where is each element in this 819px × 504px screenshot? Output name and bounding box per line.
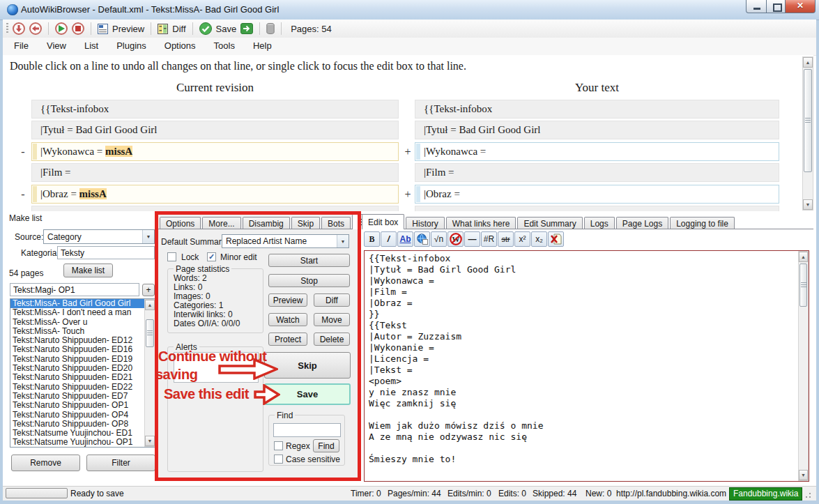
add-page-button[interactable]: + [142, 284, 155, 296]
scroll-down-icon[interactable]: ▼ [799, 470, 808, 480]
diff-row-added[interactable]: |Wykonawca = [415, 142, 779, 161]
kategoria-input[interactable] [57, 246, 155, 259]
diff-row[interactable] [31, 206, 399, 211]
diff-toolbar-button[interactable]: Diff [172, 24, 185, 34]
move-button[interactable]: Move [314, 313, 350, 326]
lock-checkbox[interactable] [167, 252, 176, 261]
tab-more[interactable]: More... [202, 217, 240, 229]
make-list-button[interactable]: Make list [63, 264, 113, 277]
tab-logging-to-file[interactable]: Logging to file [670, 217, 735, 229]
find-input[interactable] [273, 423, 341, 437]
maximize-button[interactable] [766, 0, 786, 13]
nowiki-button[interactable]: W [447, 231, 464, 247]
list-item[interactable]: Tekst:MissA- Touch [10, 327, 155, 336]
tab-options[interactable]: Options [160, 217, 201, 229]
diff-row[interactable]: |Tytuł = Bad Girl Good Girl [415, 121, 779, 139]
minimize-button[interactable] [746, 0, 767, 13]
math-button[interactable]: √n [431, 231, 447, 247]
italic-button[interactable]: / [381, 231, 397, 247]
preview-button[interactable]: Preview [268, 293, 307, 307]
list-item[interactable]: Tekst:MissA- I don't need a man [10, 308, 155, 317]
page-title-input[interactable] [10, 283, 139, 296]
menu-tools[interactable]: Tools [214, 40, 235, 51]
list-item[interactable]: Tekst:MissA- Bad Girl Good Girl [10, 299, 155, 308]
tab-disambig[interactable]: Disambig [243, 217, 290, 229]
list-item[interactable]: Tekst:MissA- Over u [10, 318, 155, 327]
scroll-up-icon[interactable]: ▲ [803, 57, 813, 68]
bold-button[interactable]: B [364, 231, 380, 247]
scroll-down-icon[interactable]: ▼ [803, 199, 813, 210]
redirect-button[interactable]: #R [481, 231, 497, 247]
list-item[interactable]: Tekst:Naruto Shippuuden- ED7 [10, 392, 155, 401]
tab-skip[interactable]: Skip [291, 217, 320, 229]
go-arrow-icon[interactable] [240, 23, 253, 34]
list-item[interactable]: Tekst:Naruto Shippuuden- OP8 [10, 420, 155, 429]
strikethrough-button[interactable]: str [498, 231, 514, 247]
minor-edit-checkbox[interactable]: ✓ [207, 252, 216, 261]
editor-scrollbar[interactable]: ▲ ▼ [798, 251, 809, 481]
save-settings-button[interactable] [13, 22, 25, 35]
remove-formatting-button[interactable] [548, 231, 564, 247]
list-item[interactable]: Tekst:Natsume Yuujinchou- OP1 [10, 438, 155, 447]
external-link-button[interactable] [414, 231, 430, 247]
scrollbar-thumb[interactable] [804, 69, 812, 172]
scroll-down-icon[interactable]: ▼ [145, 436, 155, 446]
diff-row-removed[interactable]: |Obraz = missA [31, 185, 399, 204]
menu-file[interactable]: File [14, 40, 29, 51]
stop-process-button[interactable] [72, 22, 84, 35]
list-item[interactable]: Tekst:Natsume Yuujinchou- ED1 [10, 429, 155, 438]
diff-row[interactable]: |Film = [415, 163, 779, 182]
tab-logs[interactable]: Logs [584, 217, 615, 229]
edit-box-textarea[interactable]: {{Tekst-infobox |Tytuł = Bad Girl Good G… [364, 250, 809, 482]
start-process-button[interactable] [55, 22, 68, 35]
save-toolbar-button[interactable]: Save [216, 24, 237, 34]
diff-row[interactable]: {{Tekst-infobox [31, 100, 399, 119]
diff-row[interactable]: {{Tekst-infobox [415, 100, 779, 119]
watch-button[interactable]: Watch [268, 313, 307, 326]
resize-grip-icon[interactable] [803, 490, 811, 498]
menu-plugins[interactable]: Plugins [116, 40, 146, 51]
back-button[interactable] [29, 22, 42, 35]
diff-scrollbar[interactable]: ▲ ▼ [802, 56, 813, 211]
subscript-button[interactable]: x₂ [531, 231, 547, 247]
list-item[interactable]: Tekst:Naruto Shippuuden- ED16 [10, 345, 155, 354]
diff-row-removed[interactable]: |Wykonawca = missA [31, 142, 399, 161]
case-sensitive-checkbox[interactable] [274, 455, 283, 464]
list-item[interactable]: Tekst:Naruto Shippuuden- ED22 [10, 383, 155, 392]
protect-button[interactable]: Protect [268, 333, 307, 346]
scrollbar-thumb[interactable] [799, 264, 807, 307]
preview-toolbar-button[interactable]: Preview [112, 24, 144, 34]
start-button[interactable]: Start [268, 254, 350, 267]
scrollbar-thumb[interactable] [146, 319, 154, 347]
menu-list[interactable]: List [84, 40, 98, 51]
remove-button[interactable]: Remove [11, 455, 80, 471]
horizontal-rule-button[interactable]: — [464, 231, 480, 247]
internal-link-button[interactable]: Ab [397, 231, 413, 247]
menu-view[interactable]: View [47, 40, 66, 51]
list-item[interactable]: Tekst:Naruto Shippuuden- OP4 [10, 411, 155, 420]
tab-edit-box[interactable]: Edit box [362, 214, 404, 229]
diff-row[interactable]: |Tytuł = Bad Girl Good Girl [31, 121, 399, 139]
tab-history[interactable]: History [406, 217, 444, 229]
tab-what-links-here[interactable]: What links here [446, 217, 516, 229]
stop-button[interactable]: Stop [268, 274, 350, 287]
delete-button[interactable]: Delete [314, 333, 350, 346]
tab-edit-summary[interactable]: Edit Summary [517, 217, 582, 229]
list-item[interactable]: Tekst:Naruto Shippuuden- ED19 [10, 355, 155, 364]
diff-row-added[interactable]: |Obraz = [415, 185, 779, 204]
diff-row[interactable] [415, 206, 779, 211]
diff-row[interactable]: |Film = [31, 163, 399, 182]
list-item[interactable]: Tekst:Naruto Shippuuden- OP1 [10, 401, 155, 410]
source-select[interactable]: Category ▼ [43, 229, 155, 244]
scroll-up-icon[interactable]: ▲ [799, 252, 808, 262]
page-list-scrollbar[interactable]: ▲ ▼ [144, 299, 155, 447]
tab-bots[interactable]: Bots [321, 217, 351, 229]
trash-icon[interactable] [266, 23, 275, 34]
regex-checkbox[interactable] [274, 441, 283, 450]
close-button[interactable]: ✕ [785, 0, 816, 13]
find-button[interactable]: Find [313, 439, 339, 452]
filter-button[interactable]: Filter [86, 455, 155, 471]
tab-page-logs[interactable]: Page Logs [616, 217, 668, 229]
menu-options[interactable]: Options [164, 40, 196, 51]
menu-help[interactable]: Help [253, 40, 272, 51]
